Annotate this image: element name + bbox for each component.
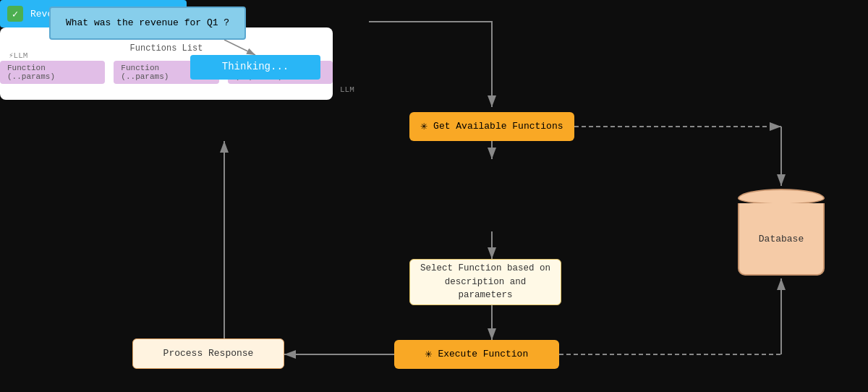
- query-text: What was the revenue for Q1 ?: [66, 17, 229, 30]
- thinking-box: Thinking...: [190, 55, 320, 80]
- thinking-label: Thinking...: [222, 60, 289, 74]
- sun-icon: ✳: [420, 119, 427, 135]
- select-function-label: Select Function based ondescription and …: [419, 262, 552, 302]
- execute-function-box: ✳ Execute Function: [394, 340, 559, 369]
- execute-sun-icon: ✳: [425, 346, 433, 362]
- llm-label2: LLM: [340, 85, 354, 94]
- llm-label: ⚡LLM: [9, 51, 27, 60]
- database-label: Database: [759, 234, 804, 244]
- diagram-container: What was the revenue for Q1 ? ⚡LLM LLM T…: [0, 0, 868, 392]
- process-response-label: Process Response: [163, 347, 254, 360]
- database-shape: Database: [738, 184, 825, 278]
- database-top: [738, 189, 825, 205]
- execute-function-label: Execute Function: [438, 348, 528, 361]
- functions-list-title: Functions List: [130, 43, 203, 54]
- get-functions-label: Get Available Functions: [433, 120, 563, 133]
- get-functions-box: ✳ Get Available Functions: [409, 112, 574, 141]
- process-response-box: Process Response: [132, 338, 284, 369]
- query-box: What was the revenue for Q1 ?: [49, 7, 246, 40]
- function-tag-1: Function (..params): [0, 61, 105, 84]
- select-function-box: Select Function based ondescription and …: [409, 259, 561, 305]
- database-body: Database: [738, 203, 825, 276]
- checkmark-icon: ✓: [7, 6, 23, 22]
